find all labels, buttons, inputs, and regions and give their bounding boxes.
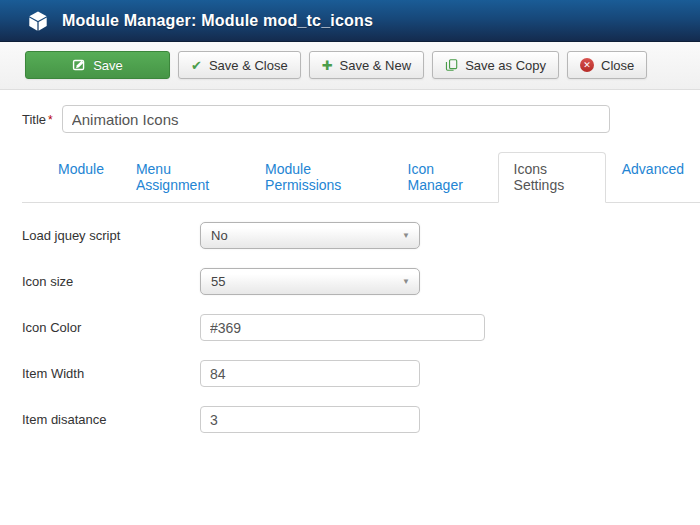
check-icon: ✔ bbox=[191, 59, 202, 72]
save-and-close-label: Save & Close bbox=[209, 58, 288, 73]
load-jquery-selected-value: No bbox=[211, 228, 228, 243]
joomla-logo-icon bbox=[27, 10, 49, 32]
save-icon bbox=[72, 58, 86, 72]
icon-color-label: Icon Color bbox=[22, 320, 200, 335]
field-row-icon-color: Icon Color bbox=[22, 314, 700, 341]
chevron-down-icon: ▼ bbox=[402, 231, 410, 240]
icon-color-input[interactable] bbox=[200, 314, 485, 341]
load-jquery-label: Load jquey script bbox=[22, 228, 200, 243]
toolbar: Save ✔ Save & Close ✚ Save & New Save as… bbox=[0, 42, 700, 90]
tab-menu-assignment[interactable]: Menu Assignment bbox=[120, 152, 249, 203]
copy-icon bbox=[445, 58, 458, 72]
field-row-icon-size: Icon size 55 ▼ bbox=[22, 268, 700, 295]
tab-module[interactable]: Module bbox=[42, 152, 120, 203]
tab-icon-manager[interactable]: Icon Manager bbox=[392, 152, 498, 203]
field-row-item-distance: Item disatance bbox=[22, 406, 700, 433]
save-as-copy-label: Save as Copy bbox=[465, 58, 546, 73]
item-distance-label: Item disatance bbox=[22, 412, 200, 427]
title-input[interactable] bbox=[62, 105, 610, 133]
field-row-load-jquery: Load jquey script No ▼ bbox=[22, 222, 700, 249]
page-title: Module Manager: Module mod_tc_icons bbox=[62, 12, 373, 30]
save-and-new-label: Save & New bbox=[340, 58, 412, 73]
save-button[interactable]: Save bbox=[25, 51, 170, 79]
field-row-item-width: Item Width bbox=[22, 360, 700, 387]
icon-size-label: Icon size bbox=[22, 274, 200, 289]
tab-module-permissions[interactable]: Module Permissions bbox=[249, 152, 391, 203]
close-icon: ✕ bbox=[580, 58, 594, 72]
close-button-label: Close bbox=[601, 58, 634, 73]
icons-settings-panel: Load jquey script No ▼ Icon size 55 ▼ Ic… bbox=[22, 203, 700, 433]
save-as-copy-button[interactable]: Save as Copy bbox=[432, 51, 559, 79]
save-button-label: Save bbox=[93, 58, 123, 73]
icon-size-selected-value: 55 bbox=[211, 274, 225, 289]
plus-icon: ✚ bbox=[322, 59, 333, 72]
tab-advanced[interactable]: Advanced bbox=[606, 152, 700, 203]
item-width-input[interactable] bbox=[200, 360, 420, 387]
close-button[interactable]: ✕ Close bbox=[567, 51, 647, 79]
load-jquery-select[interactable]: No ▼ bbox=[200, 222, 420, 249]
title-label: Title* bbox=[22, 112, 53, 127]
tab-icons-settings[interactable]: Icons Settings bbox=[498, 152, 606, 203]
item-width-label: Item Width bbox=[22, 366, 200, 381]
chevron-down-icon: ▼ bbox=[402, 277, 410, 286]
admin-header: Module Manager: Module mod_tc_icons bbox=[0, 0, 700, 42]
module-edit-form: Title* Module Menu Assignment Module Per… bbox=[0, 90, 700, 433]
tab-bar: Module Menu Assignment Module Permission… bbox=[22, 152, 700, 203]
save-and-new-button[interactable]: ✚ Save & New bbox=[309, 51, 424, 79]
required-star: * bbox=[48, 113, 53, 127]
title-row: Title* bbox=[22, 105, 700, 133]
item-distance-input[interactable] bbox=[200, 406, 420, 433]
icon-size-select[interactable]: 55 ▼ bbox=[200, 268, 420, 295]
save-and-close-button[interactable]: ✔ Save & Close bbox=[178, 51, 301, 79]
